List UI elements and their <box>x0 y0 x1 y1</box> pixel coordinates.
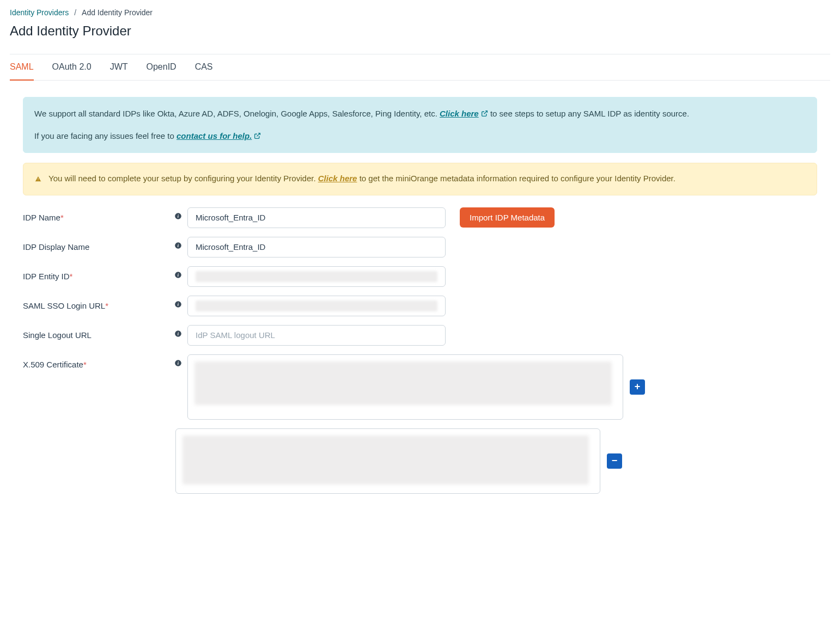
x509-certificate-input-2[interactable] <box>175 428 600 494</box>
label-saml-sso-url: SAML SSO Login URL* <box>23 296 165 310</box>
info-icon[interactable]: i <box>174 242 182 249</box>
info-icon[interactable]: i <box>174 330 182 338</box>
tab-oauth[interactable]: OAuth 2.0 <box>52 54 92 81</box>
x509-certificate-input-1[interactable] <box>187 354 623 420</box>
tab-cas[interactable]: CAS <box>195 54 213 81</box>
label-x509: X.509 Certificate* <box>23 354 165 369</box>
idp-display-name-input[interactable] <box>187 237 446 257</box>
tabs: SAML OAuth 2.0 JWT OpenID CAS <box>10 54 830 81</box>
link-contact-help[interactable]: contact us for help. <box>176 130 261 142</box>
label-idp-entity-id: IDP Entity ID* <box>23 266 165 281</box>
content-area: We support all standard IDPs like Okta, … <box>10 97 830 494</box>
svg-line-1 <box>257 133 260 137</box>
svg-line-0 <box>484 111 487 114</box>
info-text-1: We support all standard IDPs like Okta, … <box>34 109 440 118</box>
saml-sso-url-input[interactable] <box>187 296 446 316</box>
label-idp-display-name: IDP Display Name <box>23 237 165 251</box>
remove-certificate-button[interactable]: − <box>607 453 622 469</box>
warning-text-post: to get the miniOrange metadata informati… <box>360 174 675 183</box>
warning-box: You will need to complete your setup by … <box>23 163 817 195</box>
warning-icon <box>34 174 42 186</box>
breadcrumb-separator: / <box>74 8 76 17</box>
external-link-icon <box>254 132 261 139</box>
info-icon[interactable]: i <box>174 359 182 367</box>
tab-jwt[interactable]: JWT <box>110 54 128 81</box>
warning-text-pre: You will need to complete your setup by … <box>48 174 318 183</box>
breadcrumb-link-identity-providers[interactable]: Identity Providers <box>10 8 69 17</box>
tab-openid[interactable]: OpenID <box>147 54 176 81</box>
info-text-1b: to see steps to setup any SAML IDP as id… <box>490 109 689 118</box>
info-icon[interactable]: i <box>174 300 182 308</box>
row-x509: X.509 Certificate* i + <box>23 354 817 420</box>
row-idp-entity-id: IDP Entity ID* i <box>23 266 817 287</box>
label-idp-name: IDP Name* <box>23 207 165 222</box>
idp-name-input[interactable] <box>187 207 446 228</box>
row-idp-display-name: IDP Display Name i <box>23 237 817 257</box>
external-link-icon <box>481 110 488 117</box>
add-certificate-button[interactable]: + <box>630 379 645 395</box>
breadcrumb: Identity Providers / Add Identity Provid… <box>10 8 830 17</box>
row-x509-extra: − <box>175 428 817 494</box>
import-metadata-button[interactable]: Import IDP Metadata <box>460 207 555 228</box>
row-logout-url: Single Logout URL i <box>23 325 817 346</box>
info-icon[interactable]: i <box>174 212 182 220</box>
row-saml-sso-url: SAML SSO Login URL* i <box>23 296 817 316</box>
breadcrumb-current: Add Identity Provider <box>82 8 153 17</box>
row-idp-name: IDP Name* i Import IDP Metadata <box>23 207 817 228</box>
info-text-2: If you are facing any issues feel free t… <box>34 131 176 140</box>
info-icon[interactable]: i <box>174 271 182 279</box>
info-box: We support all standard IDPs like Okta, … <box>23 97 817 153</box>
logout-url-input[interactable] <box>187 325 446 346</box>
link-setup-steps[interactable]: Click here <box>440 107 488 120</box>
label-logout-url: Single Logout URL <box>23 325 165 340</box>
link-metadata-info[interactable]: Click here <box>318 174 357 183</box>
tab-saml[interactable]: SAML <box>10 54 34 81</box>
idp-entity-id-input[interactable] <box>187 266 446 287</box>
page-title: Add Identity Provider <box>10 23 830 39</box>
